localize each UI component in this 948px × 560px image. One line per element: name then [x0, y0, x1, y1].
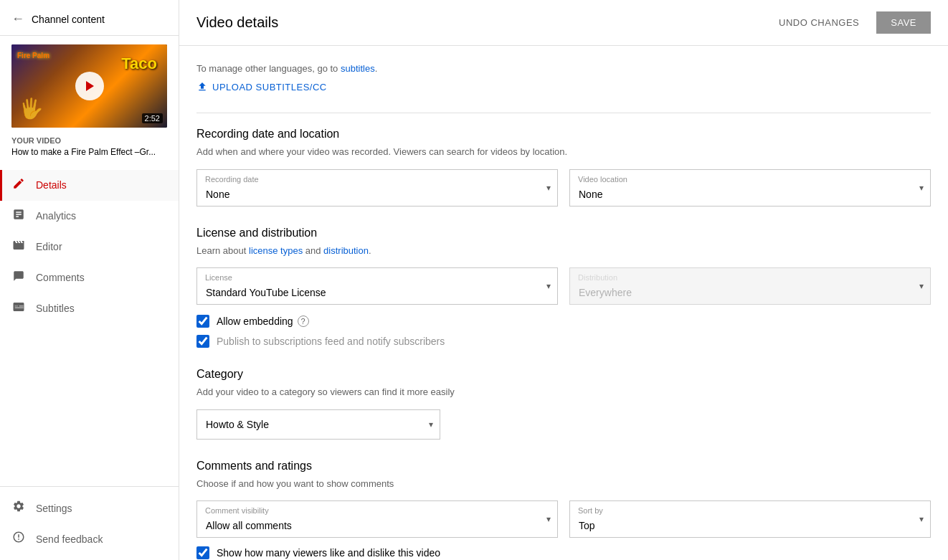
- sort-by-select[interactable]: Top: [569, 500, 931, 538]
- category-field: Howto & Style ▾: [196, 409, 440, 440]
- video-location-field: Video location None ▾: [569, 169, 931, 207]
- license-section: License and distribution Learn about lic…: [196, 227, 931, 348]
- recording-date-wrapper: Recording date None ▾: [196, 169, 558, 207]
- recording-title: Recording date and location: [196, 128, 931, 141]
- show-likes-label: Show how many viewers like and dislike t…: [217, 547, 440, 559]
- license-desc: Learn about license types and distributi…: [196, 244, 931, 258]
- divider-1: [196, 113, 931, 113]
- analytics-icon: [11, 208, 26, 224]
- video-duration: 2:52: [142, 113, 163, 123]
- video-location-wrapper: Video location None ▾: [569, 169, 931, 207]
- license-wrapper: License Standard YouTube License ▾: [196, 267, 558, 305]
- allow-embedding-help-icon[interactable]: ?: [298, 315, 309, 327]
- category-desc: Add your video to a category so viewers …: [196, 385, 931, 399]
- video-name: How to make a Fire Palm Effect –Gr...: [11, 146, 167, 158]
- allow-embedding-label: Allow embedding ?: [217, 315, 309, 327]
- settings-icon: [11, 500, 26, 516]
- editor-label: Editor: [36, 241, 62, 252]
- distribution-link[interactable]: distribution: [323, 245, 369, 256]
- header-actions: UNDO CHANGES SAVE: [770, 11, 931, 34]
- editor-icon: [11, 239, 26, 255]
- subtitles-link[interactable]: subtitles: [341, 63, 375, 74]
- sidebar-item-comments[interactable]: Comments: [0, 262, 179, 293]
- sidebar-item-analytics[interactable]: Analytics: [0, 201, 179, 232]
- category-title: Category: [196, 368, 931, 381]
- comment-visibility-field: Comment visibility Allow all comments ▾: [196, 500, 558, 538]
- save-button[interactable]: SAVE: [876, 11, 931, 34]
- main-content: Video details UNDO CHANGES SAVE To manag…: [179, 0, 948, 560]
- video-info: Your video How to make a Fire Palm Effec…: [0, 133, 179, 167]
- play-icon: [75, 72, 104, 100]
- comments-desc: Choose if and how you want to show comme…: [196, 477, 931, 491]
- license-title: License and distribution: [196, 227, 931, 239]
- recording-fields: Recording date None ▾ Video location Non…: [196, 169, 931, 207]
- video-location-label: Video location: [578, 175, 627, 184]
- details-icon: [11, 177, 26, 194]
- publish-feed-label: Publish to subscriptions feed and notify…: [217, 336, 445, 347]
- upload-subtitles-button[interactable]: UPLOAD SUBTITLES/CC: [196, 81, 327, 92]
- publish-feed-row: Publish to subscriptions feed and notify…: [196, 335, 931, 348]
- sort-by-label: Sort by: [578, 506, 603, 515]
- settings-item[interactable]: Settings: [0, 493, 179, 523]
- license-field: License Standard YouTube License ▾: [196, 267, 558, 305]
- feedback-label: Send feedback: [36, 533, 103, 545]
- recording-desc: Add when and where your video was record…: [196, 145, 931, 159]
- subtitles-icon: [11, 300, 26, 317]
- category-select[interactable]: Howto & Style: [196, 409, 440, 440]
- video-preview: Fire Palm Taco 🖐️ 2:52: [11, 44, 167, 128]
- license-label: License: [205, 273, 232, 282]
- recording-section: Recording date and location Add when and…: [196, 128, 931, 207]
- publish-feed-checkbox[interactable]: [196, 335, 209, 348]
- sidebar-item-editor[interactable]: Editor: [0, 232, 179, 262]
- distribution-wrapper: Distribution Everywhere ▾: [569, 267, 931, 305]
- comments-icon: [11, 270, 26, 286]
- feedback-icon: [11, 531, 26, 547]
- recording-date-label: Recording date: [205, 175, 259, 184]
- comment-visibility-wrapper: Comment visibility Allow all comments ▾: [196, 500, 558, 538]
- comments-ratings-section: Comments and ratings Choose if and how y…: [196, 460, 931, 560]
- feedback-item[interactable]: Send feedback: [0, 523, 179, 554]
- undo-changes-button[interactable]: UNDO CHANGES: [770, 11, 868, 34]
- sort-by-wrapper: Sort by Top ▾: [569, 500, 931, 538]
- license-select[interactable]: Standard YouTube License: [196, 267, 558, 305]
- sidebar-bottom: Settings Send feedback: [0, 486, 179, 560]
- subtitles-note-section: To manage other languages, go to subtitl…: [196, 63, 931, 92]
- fire-palm-text: Fire Palm: [17, 52, 49, 60]
- hand-icon: 🖐️: [19, 97, 44, 120]
- subtitles-note: To manage other languages, go to subtitl…: [196, 63, 931, 74]
- sidebar: ← Channel content Fire Palm Taco 🖐️ 2:52…: [0, 0, 179, 560]
- analytics-label: Analytics: [36, 210, 76, 222]
- comments-nav-label: Comments: [36, 272, 85, 283]
- category-section: Category Add your video to a category so…: [196, 368, 931, 440]
- license-types-link[interactable]: license types: [249, 245, 303, 256]
- comments-fields-row: Comment visibility Allow all comments ▾ …: [196, 500, 931, 538]
- settings-label: Settings: [36, 503, 72, 514]
- details-label: Details: [36, 179, 50, 191]
- sidebar-header: ← Channel content: [0, 0, 179, 36]
- show-likes-checkbox[interactable]: [196, 546, 209, 559]
- sort-by-field: Sort by Top ▾: [569, 500, 931, 538]
- your-video-label: Your video: [11, 136, 167, 145]
- page-title: Video details: [196, 14, 278, 31]
- sidebar-nav: Details Analytics Editor Comments Subtit…: [0, 167, 179, 486]
- allow-embedding-checkbox[interactable]: [196, 315, 209, 328]
- recording-date-field: Recording date None ▾: [196, 169, 558, 207]
- distribution-field: Distribution Everywhere ▾: [569, 267, 931, 305]
- comments-title: Comments and ratings: [196, 460, 931, 473]
- channel-content-title: Channel content: [32, 14, 105, 25]
- sidebar-item-details[interactable]: Details: [0, 170, 179, 201]
- main-header: Video details UNDO CHANGES SAVE: [179, 0, 948, 46]
- sidebar-item-subtitles[interactable]: Subtitles: [0, 293, 179, 324]
- allow-embedding-row: Allow embedding ?: [196, 315, 931, 328]
- show-likes-row: Show how many viewers like and dislike t…: [196, 546, 931, 559]
- back-button[interactable]: ←: [11, 11, 24, 27]
- svg-marker-0: [86, 81, 94, 91]
- content-area: To manage other languages, go to subtitl…: [179, 46, 948, 560]
- license-fields: License Standard YouTube License ▾ Distr…: [196, 267, 931, 305]
- comment-visibility-label: Comment visibility: [205, 506, 269, 515]
- category-wrapper: Howto & Style ▾: [196, 409, 440, 440]
- distribution-select[interactable]: Everywhere: [569, 267, 931, 305]
- subtitles-label: Subtitles: [36, 303, 75, 314]
- taco-text: Taco: [121, 54, 157, 73]
